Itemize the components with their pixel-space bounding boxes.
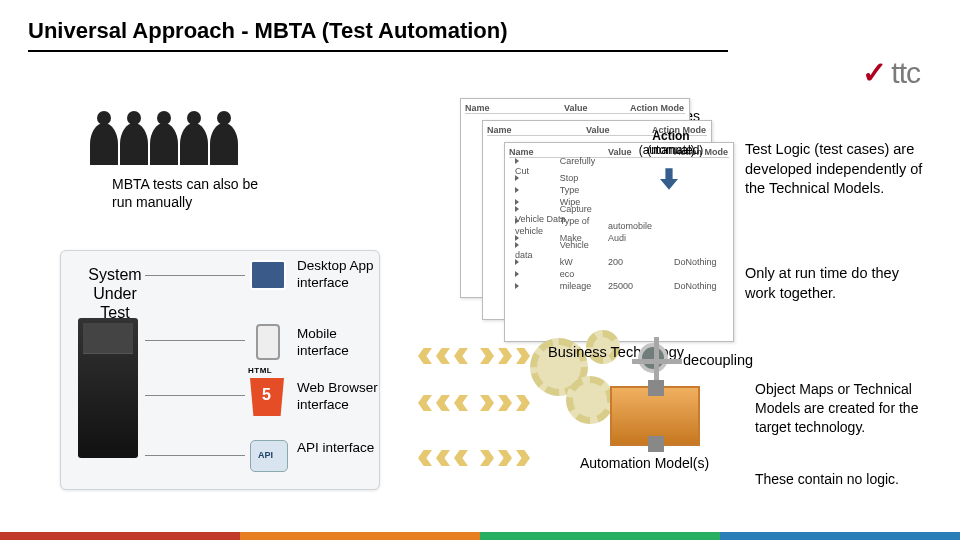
mobile-interface-label: Mobile interface [297,326,382,360]
right-text-2: Only at run time do they work together. [745,264,930,303]
right-text-4: These contain no logic. [755,470,930,489]
automation-model-icon [610,386,700,446]
connector-line [145,340,245,341]
page-title: Universal Approach - MBTA (Test Automati… [28,18,932,44]
automation-model-label: Automation Model(s) [580,455,709,471]
flow-chevrons-right [480,395,530,411]
desktop-icon [250,260,286,290]
html5-icon [250,378,284,416]
manual-run-note: MBTA tests can also be run manually [112,175,272,211]
system-under-test-label: System Under Test [80,265,150,323]
right-text-1: Test Logic (test cases) are developed in… [745,140,930,215]
test-case-card: NameValueAction Mode Carefully CutStopTy… [504,142,734,342]
flow-chevrons-left [418,450,468,466]
title-divider [28,50,728,52]
action-badge: Action (automated) (manual) [625,130,717,158]
flow-chevrons-right [480,450,530,466]
connector-line [145,275,245,276]
desktop-interface-label: Desktop App interface [297,258,382,292]
connector-line [145,395,245,396]
hub-icon [638,343,668,373]
flow-chevrons-right [480,348,530,364]
flow-chevrons-left [418,395,468,411]
connector-line [145,455,245,456]
footer-bar [0,532,960,540]
server-icon [78,318,138,458]
html-tag-text: HTML [248,366,272,375]
check-icon: ✓ [862,55,887,90]
api-interface-label: API interface [297,440,374,457]
web-interface-label: Web Browser interface [297,380,382,414]
right-text-3: Object Maps or Technical Models are crea… [755,380,930,437]
team-illustration [90,110,250,165]
api-icon [250,440,288,472]
arrow-down-icon [660,168,678,190]
logo: ✓ ttc [862,55,920,90]
mobile-icon [256,324,280,360]
decoupling-label: decoupling [683,352,753,368]
logo-text: ttc [891,56,920,90]
flow-chevrons-left [418,348,468,364]
